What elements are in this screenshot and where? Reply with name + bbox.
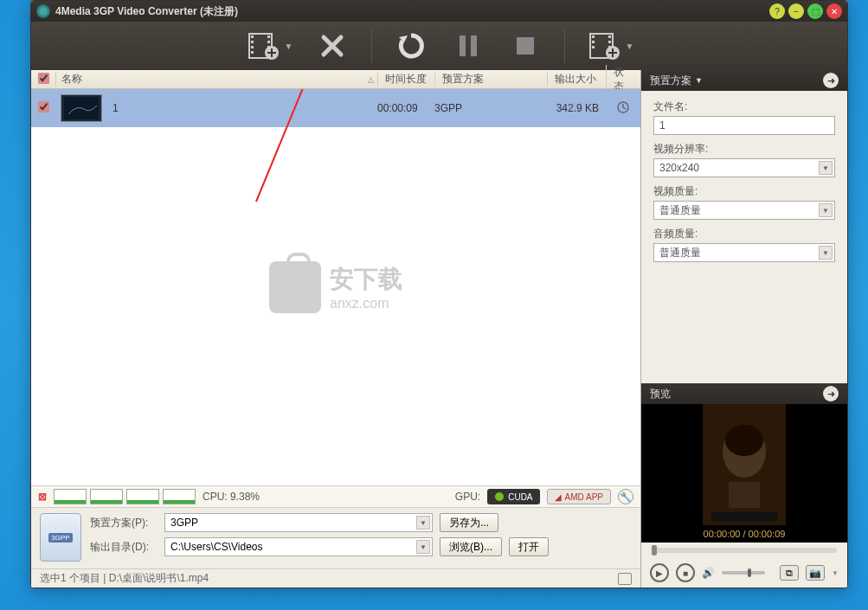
output-format-icon: 3GPP: [40, 513, 81, 562]
watermark-sub: anxz.com: [330, 296, 402, 311]
svg-rect-16: [592, 46, 595, 48]
preview-controls: ▶ ■ 🔊 ⧉ 📷 ▼: [641, 558, 847, 588]
camera-button[interactable]: 📷: [806, 565, 825, 581]
properties-panel: 文件名: 1 视频分辨率: 320x240 ▼ 视频质量: 普通质量: [641, 91, 847, 271]
window-title: 4Media 3GP Video Converter (未注册): [55, 4, 769, 19]
preset-label: 预置方案(P):: [90, 516, 158, 530]
svg-rect-18: [608, 41, 611, 43]
output-dir-select[interactable]: C:\Users\CS\Videos ▼: [164, 537, 433, 556]
volume-slider[interactable]: [722, 571, 765, 575]
vquality-select[interactable]: 普通质量 ▼: [653, 201, 835, 220]
gpu-label: GPU:: [455, 491, 480, 503]
cpu-core-graph: [54, 489, 87, 504]
aquality-select[interactable]: 普通质量 ▼: [653, 243, 835, 262]
lock-icon: [269, 261, 321, 313]
vquality-label: 视频质量:: [653, 184, 835, 199]
svg-rect-11: [471, 35, 477, 56]
header-checkbox[interactable]: [31, 73, 55, 87]
row-name: 1: [107, 102, 377, 114]
resolution-select[interactable]: 320x240 ▼: [653, 158, 835, 177]
open-button[interactable]: 打开: [509, 537, 549, 556]
svg-rect-12: [517, 37, 534, 55]
svg-rect-29: [711, 512, 777, 521]
cuda-badge[interactable]: CUDA: [487, 489, 539, 504]
svg-rect-6: [267, 41, 270, 43]
preview-panel-header: 预览 ➜: [641, 383, 847, 404]
svg-rect-2: [251, 41, 254, 43]
preview-image: [703, 404, 786, 525]
statusbar: 选中1 个项目 | D:\桌面\说明书\1.mp4: [31, 568, 640, 588]
statusbar-icon[interactable]: [618, 573, 632, 585]
header-name[interactable]: 名称: [55, 72, 368, 87]
right-panel: 预置方案 ▼ ➜ 文件名: 1 视频分辨率: 320x240 ▼: [641, 70, 847, 588]
format-badge: 3GPP: [48, 533, 72, 543]
add-file-button[interactable]: [245, 28, 281, 64]
window-buttons: ? − ⬚ ✕: [769, 3, 842, 19]
separator: [564, 29, 565, 63]
left-panel: 名称 △ 时间长度 预置方案 输出大小 状态 1 00:00:09 3GPP 3…: [31, 70, 641, 588]
grid-header: 名称 △ 时间长度 预置方案 输出大小 状态: [31, 70, 640, 89]
svg-rect-3: [251, 46, 254, 48]
chevron-down-icon[interactable]: ▼: [832, 569, 839, 577]
minimize-button[interactable]: −: [788, 3, 804, 19]
svg-rect-1: [251, 35, 254, 38]
bottom-controls: 3GPP 预置方案(P): 3GPP ▼ 另存为... 输出目录(D):: [31, 508, 640, 568]
output-label: 输出目录(D):: [90, 540, 158, 555]
convert-button[interactable]: [393, 28, 429, 64]
chevron-down-icon: ▼: [819, 203, 833, 217]
expand-button[interactable]: ➜: [823, 386, 839, 401]
filename-label: 文件名:: [653, 100, 835, 114]
stop-preview-button[interactable]: ■: [676, 563, 695, 582]
chevron-down-icon[interactable]: ▼: [695, 76, 703, 85]
snapshot-button[interactable]: ⧉: [780, 565, 799, 581]
help-button[interactable]: ?: [769, 3, 785, 19]
toolbar: ▼ ▼: [31, 22, 847, 70]
row-preset: 3GPP: [434, 102, 547, 114]
play-button[interactable]: ▶: [650, 563, 669, 582]
dropdown-icon[interactable]: ▼: [626, 42, 634, 51]
perf-close-button[interactable]: ⊠: [38, 491, 47, 503]
preset-panel-header: 预置方案 ▼ ➜: [641, 70, 847, 91]
cpu-core-graph: [126, 489, 159, 504]
perf-settings-button[interactable]: 🔧: [618, 489, 633, 504]
browse-button[interactable]: 浏览(B)...: [440, 537, 502, 556]
performance-bar: ⊠ CPU: 9.38% GPU: CUDA ◢ AMD APP: [31, 485, 640, 508]
watermark-text: 安下载: [330, 263, 402, 296]
pause-button[interactable]: [450, 28, 486, 64]
maximize-button[interactable]: ⬚: [807, 3, 823, 19]
header-size[interactable]: 输出大小: [547, 72, 606, 87]
preset-select[interactable]: 3GPP ▼: [164, 513, 433, 532]
add-output-button[interactable]: [586, 28, 622, 64]
stop-button[interactable]: [507, 28, 543, 64]
amd-badge[interactable]: ◢ AMD APP: [547, 489, 611, 504]
dropdown-icon[interactable]: ▼: [285, 42, 293, 51]
expand-button[interactable]: ➜: [823, 73, 839, 88]
row-checkbox[interactable]: [31, 101, 55, 115]
row-time: 00:00:09: [377, 102, 434, 114]
close-button[interactable]: ✕: [826, 3, 842, 19]
chevron-down-icon: ▼: [819, 161, 833, 175]
titlebar: 4Media 3GP Video Converter (未注册) ? − ⬚ ✕: [31, 1, 847, 22]
filename-input[interactable]: 1: [653, 116, 835, 135]
volume-icon[interactable]: 🔊: [702, 567, 715, 579]
app-icon: [36, 4, 50, 18]
svg-rect-14: [592, 35, 595, 38]
header-preset[interactable]: 预置方案: [434, 72, 547, 87]
svg-rect-17: [608, 35, 611, 38]
header-time[interactable]: 时间长度: [377, 72, 434, 87]
main-area: 名称 △ 时间长度 预置方案 输出大小 状态 1 00:00:09 3GPP 3…: [31, 70, 847, 588]
chevron-down-icon: ▼: [416, 540, 430, 554]
cpu-core-graph: [163, 489, 196, 504]
saveas-button[interactable]: 另存为...: [440, 513, 498, 532]
svg-rect-5: [267, 35, 270, 38]
preview-slider[interactable]: [641, 543, 847, 558]
remove-button[interactable]: [314, 28, 350, 64]
preview-area: 00:00:00 / 00:00:09: [641, 404, 847, 543]
cpu-graphs: [54, 489, 196, 504]
svg-point-24: [495, 492, 504, 501]
chevron-down-icon: ▼: [416, 516, 430, 530]
table-row[interactable]: 1 00:00:09 3GPP 342.9 KB: [31, 89, 640, 127]
aquality-label: 音频质量:: [653, 227, 835, 241]
separator: [371, 29, 372, 63]
svg-rect-28: [729, 482, 760, 508]
